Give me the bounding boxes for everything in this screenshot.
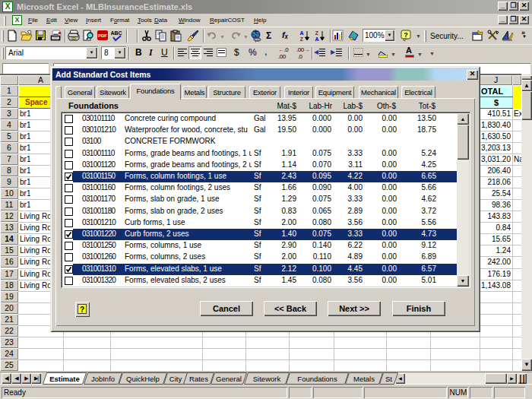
svg-text:Foundations: Foundations — [297, 375, 337, 383]
svg-text:City: City — [169, 375, 182, 383]
svg-text:General: General — [216, 375, 242, 383]
svg-text:JobInfo: JobInfo — [91, 375, 115, 383]
svg-text:ABC: ABC — [111, 30, 122, 36]
svg-text:PDF: PDF — [98, 33, 107, 38]
svg-text:Estimate: Estimate — [49, 375, 80, 383]
svg-text:St: St — [385, 375, 392, 383]
svg-text:A: A — [315, 36, 318, 42]
svg-text:Metals: Metals — [353, 375, 375, 383]
svg-text:Z: Z — [300, 36, 304, 42]
svg-text:QuickHelp: QuickHelp — [126, 375, 160, 383]
svg-text:?: ? — [404, 31, 408, 39]
svg-text:Rates: Rates — [189, 375, 208, 383]
svg-text:Sitework: Sitework — [253, 375, 281, 383]
svg-text:A: A — [299, 30, 303, 36]
svg-text:Z: Z — [315, 30, 319, 36]
svg-text:CO: CO — [255, 38, 260, 42]
